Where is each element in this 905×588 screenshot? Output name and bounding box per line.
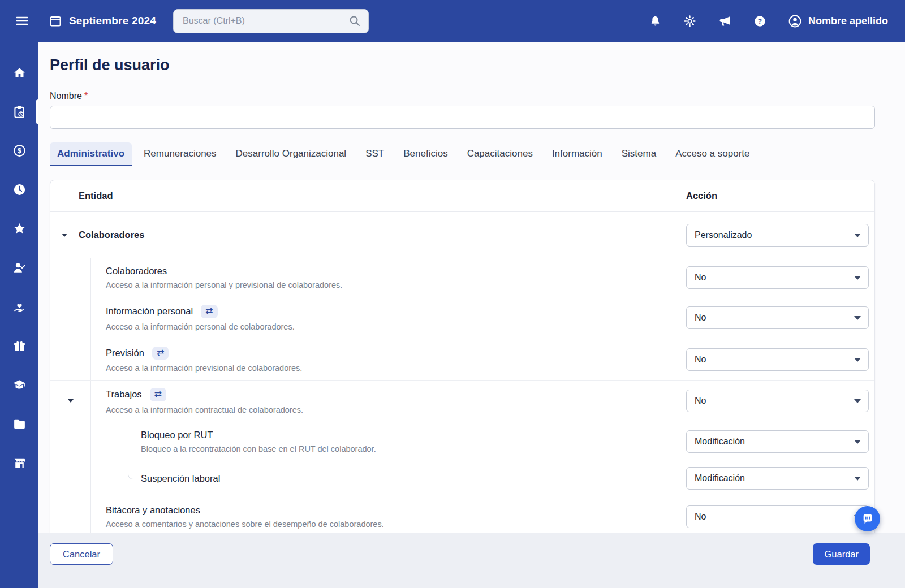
chevron-down-icon: [854, 276, 861, 280]
chevron-down-icon: [854, 358, 861, 362]
search-icon[interactable]: [348, 14, 361, 28]
action-select[interactable]: No: [686, 505, 869, 528]
chevron-down-icon: [854, 440, 861, 444]
swap-icon[interactable]: ⇄: [201, 305, 217, 318]
sidebar-item-marketplace[interactable]: [0, 443, 38, 482]
sidebar-item-talent[interactable]: [0, 209, 38, 248]
table-row: Colaboradores Personalizado: [50, 212, 874, 258]
sidebar-item-training[interactable]: [0, 365, 38, 404]
tab-sst[interactable]: SST: [358, 142, 391, 166]
star-icon: [12, 222, 27, 236]
collapse-caret-icon[interactable]: [68, 399, 74, 403]
folder-icon: [12, 417, 27, 431]
action-select[interactable]: No: [686, 348, 869, 371]
search-input[interactable]: [182, 15, 348, 27]
period-label: Septiembre 2024: [69, 15, 156, 27]
table-row: Bitácora y anotaciones Acceso a comentar…: [50, 496, 874, 533]
chat-icon: [861, 513, 874, 525]
svg-text:$: $: [18, 147, 21, 155]
tab-beneficios[interactable]: Beneficios: [396, 142, 455, 166]
megaphone-icon[interactable]: [718, 14, 732, 28]
bell-icon[interactable]: [649, 15, 662, 28]
user-name: Nombre apellido: [808, 15, 888, 27]
clipboard-clock-icon: [12, 105, 27, 119]
table-row: Bloqueo por RUT Bloqueo a la recontratac…: [50, 422, 874, 461]
entity-label: Información personal: [106, 306, 193, 317]
sidebar: $: [0, 42, 38, 588]
sidebar-item-payroll[interactable]: $: [0, 131, 38, 170]
chevron-down-icon: [854, 477, 861, 481]
entity-description: Acceso a la información contractual de c…: [106, 405, 675, 414]
user-icon: [788, 14, 802, 28]
sidebar-item-home[interactable]: [0, 53, 38, 92]
table-row: Previsión⇄ Acceso a la información previ…: [50, 339, 874, 381]
chat-launcher[interactable]: [855, 506, 880, 531]
save-button[interactable]: Guardar: [813, 543, 870, 565]
entity-description: Acceso a la información previsional de c…: [106, 364, 675, 373]
help-icon[interactable]: ?: [753, 15, 766, 28]
entity-label: Colaboradores: [106, 266, 675, 276]
tab-sistema[interactable]: Sistema: [614, 142, 663, 166]
column-header-action: Acción: [686, 191, 874, 201]
graduation-cap-icon: [12, 378, 27, 392]
gift-icon: [12, 339, 27, 353]
sidebar-item-benefits[interactable]: [0, 326, 38, 365]
hand-heart-icon: [12, 300, 27, 314]
period-selector[interactable]: Septiembre 2024: [49, 14, 156, 28]
required-asterisk: *: [84, 91, 88, 101]
action-select[interactable]: No: [686, 306, 869, 329]
entity-label: Suspención laboral: [141, 473, 675, 484]
sidebar-item-documents[interactable]: [0, 404, 38, 443]
swap-icon[interactable]: ⇄: [150, 388, 166, 401]
sidebar-item-time[interactable]: [0, 170, 38, 209]
table-row: Suspención laboral Modificación: [50, 461, 874, 496]
entity-label: Trabajos: [106, 389, 142, 400]
tab-desarrollo-organizacional[interactable]: Desarrollo Organizacional: [229, 142, 354, 166]
action-select[interactable]: Modificación: [686, 467, 869, 490]
topbar-actions: ? Nombre apellido: [649, 14, 888, 28]
chevron-down-icon: [854, 316, 861, 320]
tab-informacion[interactable]: Información: [545, 142, 610, 166]
name-field-label: Nombre*: [50, 91, 875, 101]
topbar: Septiembre 2024 ? Nombre apellido: [0, 0, 905, 42]
page-title: Perfil de usuario: [50, 57, 875, 74]
entity-label: Colaboradores: [79, 230, 675, 240]
hamburger-menu-icon[interactable]: [15, 14, 29, 28]
chevron-down-icon: [854, 234, 861, 237]
action-select[interactable]: No: [686, 266, 869, 289]
clock-icon: [12, 183, 27, 197]
global-search[interactable]: [173, 9, 369, 33]
permissions-table: Entidad Acción Colaboradores Personaliza…: [50, 180, 875, 533]
sidebar-item-culture[interactable]: [0, 287, 38, 326]
tab-bar: Administrativo Remuneraciones Desarrollo…: [50, 142, 875, 166]
action-select[interactable]: No: [686, 390, 869, 412]
storefront-icon: [12, 456, 27, 470]
tab-administrativo[interactable]: Administrativo: [50, 142, 132, 166]
cancel-button[interactable]: Cancelar: [50, 543, 113, 565]
collapse-caret-icon[interactable]: [62, 234, 67, 237]
tab-capacitaciones[interactable]: Capacitaciones: [460, 142, 540, 166]
gear-icon[interactable]: [683, 15, 696, 28]
tab-remuneraciones[interactable]: Remuneraciones: [136, 142, 224, 166]
sidebar-item-selection[interactable]: [0, 248, 38, 287]
entity-label: Bloqueo por RUT: [141, 430, 675, 440]
action-select[interactable]: Personalizado: [686, 224, 869, 247]
entity-label: Bitácora y anotaciones: [106, 505, 675, 516]
action-select[interactable]: Modificación: [686, 430, 869, 453]
sidebar-item-administration[interactable]: [0, 92, 38, 131]
entity-description: Bloqueo a la recontratación con base en …: [141, 444, 675, 453]
tab-acceso-a-soporte[interactable]: Acceso a soporte: [668, 142, 757, 166]
dollar-circle-icon: $: [12, 144, 27, 158]
entity-description: Acceso a la información personal de cola…: [106, 322, 675, 331]
home-icon: [12, 66, 27, 80]
table-row: Trabajos⇄ Acceso a la información contra…: [50, 381, 874, 422]
column-header-entity: Entidad: [50, 191, 686, 201]
table-header: Entidad Acción: [50, 180, 874, 212]
user-menu[interactable]: Nombre apellido: [788, 14, 888, 28]
table-row: Colaboradores Acceso a la información pe…: [50, 258, 874, 297]
main-content: Perfil de usuario Nombre* Administrativo…: [38, 42, 905, 533]
entity-description: Acceso a la información personal y previ…: [106, 280, 675, 289]
swap-icon[interactable]: ⇄: [152, 347, 169, 360]
chevron-down-icon: [854, 399, 861, 403]
name-input[interactable]: [50, 106, 875, 129]
